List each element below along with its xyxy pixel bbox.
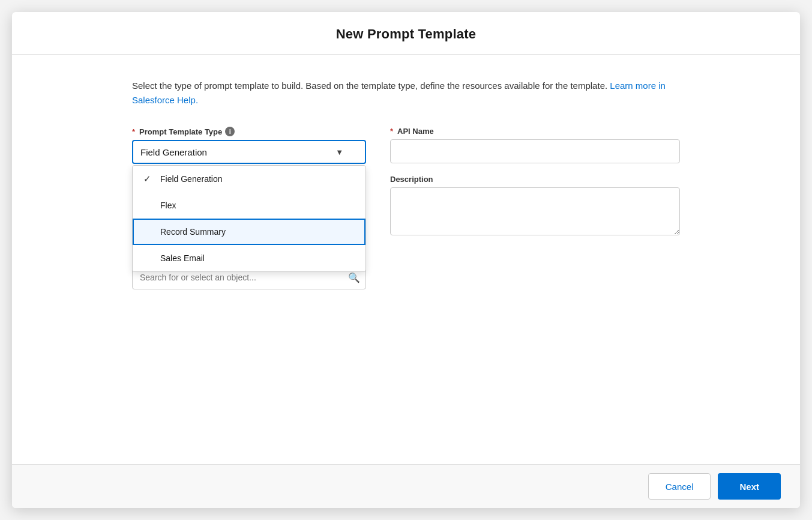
description-input[interactable] xyxy=(390,187,680,235)
dropdown-menu: ✓ Field Generation Flex Record Summary S… xyxy=(132,165,366,272)
prompt-template-type-label: * Prompt Template Type i xyxy=(132,127,366,136)
modal: New Prompt Template Select the type of p… xyxy=(12,12,800,508)
search-icon[interactable]: 🔍 xyxy=(348,272,360,283)
dropdown-item-flex[interactable]: Flex xyxy=(133,192,365,219)
api-name-input[interactable] xyxy=(390,139,680,163)
form-top-row: * Prompt Template Type i Field Generatio… xyxy=(132,127,680,164)
dropdown-item-field-generation[interactable]: ✓ Field Generation xyxy=(133,166,365,192)
select-wrapper: Field Generation ▼ ✓ Field Generation Fl… xyxy=(132,140,366,164)
modal-footer: Cancel Next xyxy=(12,464,800,508)
modal-title: New Prompt Template xyxy=(31,26,781,42)
description-group: Description xyxy=(390,175,680,235)
modal-body: Select the type of prompt template to bu… xyxy=(12,55,800,464)
prompt-template-type-group: * Prompt Template Type i Field Generatio… xyxy=(132,127,366,164)
api-name-label: * API Name xyxy=(390,127,680,136)
check-icon: ✓ xyxy=(143,174,151,184)
api-name-group: * API Name xyxy=(390,127,680,163)
modal-header: New Prompt Template xyxy=(12,12,800,55)
prompt-template-type-select[interactable]: Field Generation ▼ xyxy=(132,140,366,164)
dropdown-item-sales-email[interactable]: Sales Email xyxy=(133,245,365,271)
description-text: Select the type of prompt template to bu… xyxy=(132,79,680,107)
next-button[interactable]: Next xyxy=(718,473,781,500)
description-label: Description xyxy=(390,175,680,184)
cancel-button[interactable]: Cancel xyxy=(648,473,711,500)
prompt-type-info-icon[interactable]: i xyxy=(225,127,235,136)
dropdown-item-record-summary[interactable]: Record Summary xyxy=(133,219,365,245)
chevron-down-icon: ▼ xyxy=(335,148,343,157)
